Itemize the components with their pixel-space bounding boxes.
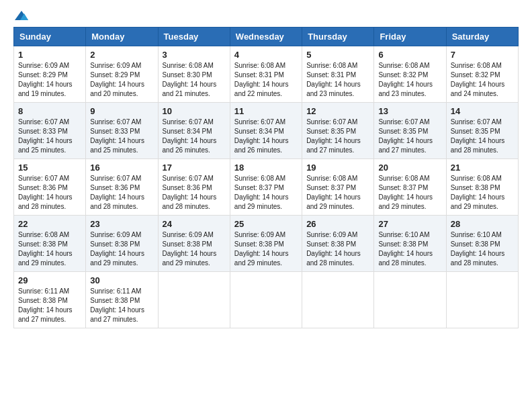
calendar-cell: 23Sunrise: 6:09 AMSunset: 8:38 PMDayligh… (86, 216, 158, 272)
day-number: 23 (90, 219, 153, 229)
day-info: Sunrise: 6:09 AMSunset: 8:29 PMDaylight:… (90, 61, 153, 99)
calendar-cell (446, 272, 518, 328)
day-number: 22 (18, 219, 81, 229)
day-number: 16 (90, 163, 153, 173)
day-info: Sunrise: 6:08 AMSunset: 8:37 PMDaylight:… (378, 174, 441, 212)
calendar-cell: 29Sunrise: 6:11 AMSunset: 8:38 PMDayligh… (14, 272, 86, 328)
calendar-week-row: 8Sunrise: 6:07 AMSunset: 8:33 PMDaylight… (14, 103, 519, 159)
calendar-cell: 5Sunrise: 6:08 AMSunset: 8:31 PMDaylight… (302, 46, 374, 103)
day-info: Sunrise: 6:07 AMSunset: 8:35 PMDaylight:… (378, 118, 441, 155)
calendar-week-row: 29Sunrise: 6:11 AMSunset: 8:38 PMDayligh… (14, 272, 519, 328)
calendar-cell: 21Sunrise: 6:08 AMSunset: 8:38 PMDayligh… (446, 159, 518, 216)
day-info: Sunrise: 6:07 AMSunset: 8:36 PMDaylight:… (163, 174, 226, 212)
weekday-header: Friday (374, 28, 446, 46)
calendar-cell: 15Sunrise: 6:07 AMSunset: 8:36 PMDayligh… (14, 159, 86, 216)
calendar-cell: 6Sunrise: 6:08 AMSunset: 8:32 PMDaylight… (374, 46, 446, 103)
day-number: 6 (378, 50, 441, 60)
calendar-cell: 3Sunrise: 6:08 AMSunset: 8:30 PMDaylight… (158, 46, 230, 103)
day-number: 28 (451, 219, 514, 229)
day-info: Sunrise: 6:10 AMSunset: 8:38 PMDaylight:… (378, 230, 441, 268)
day-number: 2 (90, 50, 153, 60)
day-info: Sunrise: 6:11 AMSunset: 8:38 PMDaylight:… (18, 287, 81, 324)
weekday-header: Sunday (14, 28, 86, 46)
day-number: 4 (234, 50, 298, 60)
day-info: Sunrise: 6:09 AMSunset: 8:38 PMDaylight:… (163, 230, 226, 268)
calendar-cell: 12Sunrise: 6:07 AMSunset: 8:35 PMDayligh… (302, 103, 374, 159)
weekday-header: Tuesday (158, 28, 230, 46)
day-number: 20 (378, 163, 441, 173)
day-info: Sunrise: 6:11 AMSunset: 8:38 PMDaylight:… (90, 287, 153, 324)
calendar-cell: 1Sunrise: 6:09 AMSunset: 8:29 PMDaylight… (14, 46, 86, 103)
day-info: Sunrise: 6:10 AMSunset: 8:38 PMDaylight:… (451, 230, 514, 268)
day-info: Sunrise: 6:09 AMSunset: 8:38 PMDaylight:… (234, 230, 298, 268)
day-info: Sunrise: 6:08 AMSunset: 8:37 PMDaylight:… (234, 174, 298, 212)
calendar-cell: 8Sunrise: 6:07 AMSunset: 8:33 PMDaylight… (14, 103, 86, 159)
day-number: 11 (234, 106, 298, 116)
day-info: Sunrise: 6:07 AMSunset: 8:33 PMDaylight:… (18, 118, 81, 155)
day-number: 1 (18, 50, 81, 60)
day-info: Sunrise: 6:08 AMSunset: 8:32 PMDaylight:… (378, 61, 441, 99)
day-info: Sunrise: 6:08 AMSunset: 8:38 PMDaylight:… (451, 174, 514, 212)
day-number: 17 (163, 163, 226, 173)
day-number: 12 (306, 106, 369, 116)
day-number: 18 (234, 163, 298, 173)
day-number: 26 (306, 219, 369, 229)
day-info: Sunrise: 6:09 AMSunset: 8:38 PMDaylight:… (90, 230, 153, 268)
calendar-cell: 16Sunrise: 6:07 AMSunset: 8:36 PMDayligh… (86, 159, 158, 216)
page-header (13, 11, 519, 20)
calendar-cell: 27Sunrise: 6:10 AMSunset: 8:38 PMDayligh… (374, 216, 446, 272)
calendar-cell: 13Sunrise: 6:07 AMSunset: 8:35 PMDayligh… (374, 103, 446, 159)
calendar-cell (374, 272, 446, 328)
calendar-cell: 30Sunrise: 6:11 AMSunset: 8:38 PMDayligh… (86, 272, 158, 328)
day-info: Sunrise: 6:07 AMSunset: 8:33 PMDaylight:… (90, 118, 153, 155)
calendar-cell: 28Sunrise: 6:10 AMSunset: 8:38 PMDayligh… (446, 216, 518, 272)
calendar-table: SundayMondayTuesdayWednesdayThursdayFrid… (13, 27, 519, 328)
day-info: Sunrise: 6:08 AMSunset: 8:38 PMDaylight:… (18, 230, 81, 268)
day-info: Sunrise: 6:08 AMSunset: 8:32 PMDaylight:… (451, 61, 514, 99)
day-info: Sunrise: 6:07 AMSunset: 8:34 PMDaylight:… (234, 118, 298, 155)
calendar-cell: 4Sunrise: 6:08 AMSunset: 8:31 PMDaylight… (230, 46, 302, 103)
day-number: 13 (378, 106, 441, 116)
day-info: Sunrise: 6:08 AMSunset: 8:31 PMDaylight:… (306, 61, 369, 99)
day-info: Sunrise: 6:07 AMSunset: 8:36 PMDaylight:… (18, 174, 81, 212)
day-number: 8 (18, 106, 81, 116)
day-number: 29 (18, 275, 81, 285)
weekday-header: Wednesday (230, 28, 302, 46)
weekday-header: Saturday (446, 28, 518, 46)
weekday-header: Monday (86, 28, 158, 46)
calendar-cell: 22Sunrise: 6:08 AMSunset: 8:38 PMDayligh… (14, 216, 86, 272)
calendar-cell: 25Sunrise: 6:09 AMSunset: 8:38 PMDayligh… (230, 216, 302, 272)
calendar-cell: 24Sunrise: 6:09 AMSunset: 8:38 PMDayligh… (158, 216, 230, 272)
calendar-header-row: SundayMondayTuesdayWednesdayThursdayFrid… (14, 28, 519, 46)
day-number: 15 (18, 163, 81, 173)
calendar-cell: 26Sunrise: 6:09 AMSunset: 8:38 PMDayligh… (302, 216, 374, 272)
day-number: 9 (90, 106, 153, 116)
calendar-cell: 19Sunrise: 6:08 AMSunset: 8:37 PMDayligh… (302, 159, 374, 216)
day-info: Sunrise: 6:07 AMSunset: 8:34 PMDaylight:… (163, 118, 226, 155)
day-number: 24 (163, 219, 226, 229)
day-number: 5 (306, 50, 369, 60)
calendar-cell: 18Sunrise: 6:08 AMSunset: 8:37 PMDayligh… (230, 159, 302, 216)
calendar-cell: 7Sunrise: 6:08 AMSunset: 8:32 PMDaylight… (446, 46, 518, 103)
day-info: Sunrise: 6:07 AMSunset: 8:35 PMDaylight:… (306, 118, 369, 155)
calendar-cell: 10Sunrise: 6:07 AMSunset: 8:34 PMDayligh… (158, 103, 230, 159)
logo-icon (15, 11, 28, 20)
day-info: Sunrise: 6:07 AMSunset: 8:35 PMDaylight:… (451, 118, 514, 155)
logo (13, 11, 28, 20)
calendar-week-row: 1Sunrise: 6:09 AMSunset: 8:29 PMDaylight… (14, 46, 519, 103)
weekday-header: Thursday (302, 28, 374, 46)
calendar-week-row: 22Sunrise: 6:08 AMSunset: 8:38 PMDayligh… (14, 216, 519, 272)
day-number: 3 (163, 50, 226, 60)
day-number: 27 (378, 219, 441, 229)
day-number: 21 (451, 163, 514, 173)
calendar-cell: 17Sunrise: 6:07 AMSunset: 8:36 PMDayligh… (158, 159, 230, 216)
day-info: Sunrise: 6:09 AMSunset: 8:29 PMDaylight:… (18, 61, 81, 99)
day-info: Sunrise: 6:08 AMSunset: 8:37 PMDaylight:… (306, 174, 369, 212)
day-info: Sunrise: 6:07 AMSunset: 8:36 PMDaylight:… (90, 174, 153, 212)
day-number: 25 (234, 219, 298, 229)
calendar-cell (302, 272, 374, 328)
calendar-cell: 11Sunrise: 6:07 AMSunset: 8:34 PMDayligh… (230, 103, 302, 159)
calendar-cell: 2Sunrise: 6:09 AMSunset: 8:29 PMDaylight… (86, 46, 158, 103)
calendar-cell: 9Sunrise: 6:07 AMSunset: 8:33 PMDaylight… (86, 103, 158, 159)
day-info: Sunrise: 6:08 AMSunset: 8:30 PMDaylight:… (163, 61, 226, 99)
